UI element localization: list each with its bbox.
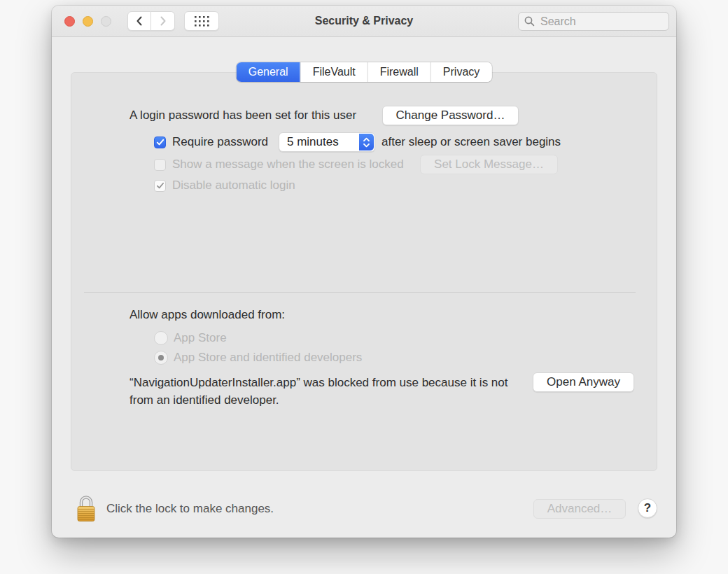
stepper-cap [359, 134, 374, 150]
app-store-radio-label: App Store [174, 331, 227, 345]
checkmark-icon [156, 139, 164, 146]
set-lock-message-button[interactable]: Set Lock Message… [420, 155, 558, 174]
advanced-button[interactable]: Advanced… [533, 499, 626, 519]
open-anyway-button[interactable]: Open Anyway [533, 372, 634, 392]
allow-apps-label: Allow apps downloaded from: [130, 305, 285, 325]
delay-selected-value: 5 minutes [279, 135, 339, 149]
app-store-radio[interactable] [154, 331, 168, 345]
up-down-chevrons-icon [363, 136, 370, 148]
grid-icon [195, 16, 209, 27]
nav-button-group [127, 11, 175, 31]
traffic-lights [64, 6, 111, 36]
search-field[interactable] [518, 12, 669, 31]
security-privacy-window: Security & Privacy General FileVault Fir… [52, 6, 676, 538]
tab-bar: General FileVault Firewall Privacy [237, 62, 492, 82]
require-password-suffix: after sleep or screen saver begins [382, 132, 561, 152]
checkmark-icon [156, 182, 164, 190]
auto-login-label: Disable automatic login [172, 178, 295, 192]
change-password-button[interactable]: Change Password… [382, 106, 519, 125]
search-input[interactable] [539, 15, 663, 29]
search-icon [524, 16, 535, 27]
require-password-row: Require password [154, 132, 268, 152]
radio-row-identified-developers: App Store and identified developers [154, 348, 362, 368]
require-password-delay-select[interactable]: 5 minutes [279, 132, 375, 152]
radio-row-app-store: App Store [154, 328, 227, 348]
help-button[interactable]: ? [638, 498, 657, 518]
lock-message-row: Show a message when the screen is locked [154, 155, 404, 174]
auto-login-row: Disable automatic login [154, 176, 295, 195]
zoom-button-disabled [101, 16, 111, 27]
chevron-right-icon [159, 15, 167, 27]
lock-hint-label: Click the lock to make changes. [106, 499, 274, 519]
show-all-button[interactable] [184, 11, 219, 31]
section-divider [84, 292, 636, 293]
tab-firewall[interactable]: Firewall [368, 62, 430, 82]
lock-message-checkbox[interactable] [154, 159, 166, 171]
tab-general[interactable]: General [237, 62, 300, 82]
radio-dot [158, 355, 164, 360]
identified-developers-radio[interactable] [154, 351, 168, 365]
lock-icon[interactable] [76, 493, 97, 526]
password-set-label: A login password has been set for this u… [130, 106, 356, 125]
auto-login-checkbox[interactable] [154, 180, 166, 192]
identified-developers-radio-label: App Store and identified developers [174, 351, 362, 365]
require-password-label[interactable]: Require password [172, 135, 268, 149]
minimize-button[interactable] [83, 16, 93, 27]
titlebar[interactable]: Security & Privacy [52, 6, 676, 37]
tab-filevault[interactable]: FileVault [300, 62, 368, 82]
lock-message-label: Show a message when the screen is locked [172, 158, 404, 172]
tab-privacy[interactable]: Privacy [430, 62, 491, 82]
blocked-app-message: “NavigationUpdaterInstaller.app” was blo… [130, 374, 530, 409]
require-password-checkbox[interactable] [154, 136, 166, 148]
back-button[interactable] [127, 11, 151, 31]
chevron-left-icon [135, 15, 144, 27]
close-button[interactable] [64, 16, 75, 27]
forward-button[interactable] [151, 11, 175, 31]
